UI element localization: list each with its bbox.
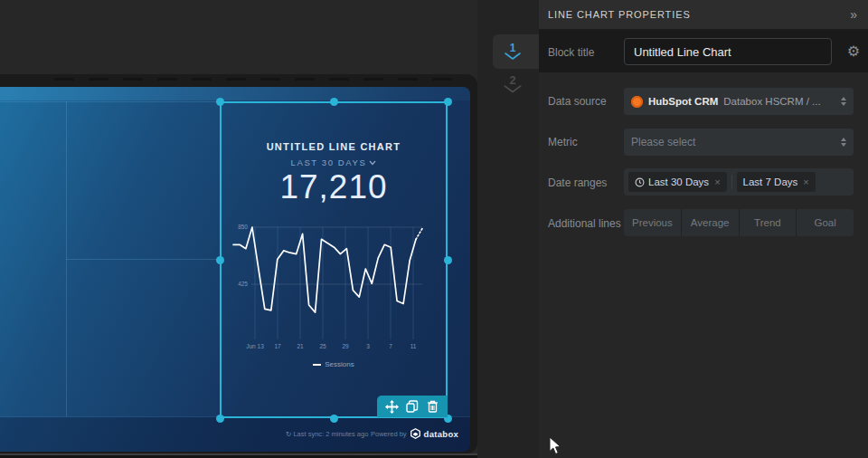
block-title-label: Block title [548,46,594,59]
databox-logo-icon [410,428,420,439]
remove-date-range-icon[interactable]: × [803,177,808,187]
data-source-name: HubSpot CRM [648,96,718,107]
gear-icon[interactable]: ⚙ [847,44,860,59]
metric-label: Metric [548,136,578,148]
additional-line-goal[interactable]: Goal [797,209,854,236]
chip-divider [731,175,732,189]
selection-handle-e[interactable] [444,256,452,264]
frame-notch [295,78,315,81]
date-range-chip-text: Last 30 Days [648,177,709,187]
selection-handle-s[interactable] [330,415,338,423]
last-sync-status: ↻ Last sync: 2 minutes ago [286,430,368,438]
date-range-chip[interactable]: Last 7 Days × [737,172,816,192]
frame-notch [329,78,349,81]
move-icon [385,400,399,414]
step-2-icon: 2 [500,72,525,98]
frame-notch [432,78,452,81]
date-ranges-label: Date ranges [548,177,607,189]
frame-notch [54,78,74,81]
selection-handle-sw[interactable] [216,415,224,423]
selection-handle-nw[interactable] [216,98,224,106]
duplicate-icon [406,400,419,413]
move-button[interactable] [384,399,399,414]
frame-notch [89,78,108,81]
refresh-icon: ↻ [286,430,291,438]
date-ranges-field[interactable]: Last 30 Days × Last 7 Days × [624,168,854,196]
additional-line-previous[interactable]: Previous [624,209,682,236]
panel-header: LINE CHART PROPERTIES » [539,0,868,30]
select-arrows-icon [841,97,846,106]
selection-handle-w[interactable] [216,256,224,264]
additional-lines-label: Additional lines [548,217,621,230]
mouse-cursor [549,436,562,455]
additional-line-average[interactable]: Average [682,209,740,236]
grid-line-horizontal [0,101,222,102]
editor-canvas: UNTITLED LINE CHART LAST 30 DAYS 17,210 … [0,0,488,458]
frame-notch [192,78,212,81]
data-source-select[interactable]: HubSpot CRM Databox HSCRM / ... [624,88,854,115]
widget-selection-border[interactable] [220,101,448,418]
select-arrows-icon [841,138,846,147]
data-source-label: Data source [548,95,607,108]
svg-text:1: 1 [510,42,516,54]
hubspot-icon [631,96,643,108]
data-source-connection: Databox HSCRM / ... [723,96,820,107]
powered-by-text: Powered by [371,430,407,438]
grid-line-horizontal [66,259,222,260]
step-tab-2[interactable]: 2 [500,72,525,98]
date-range-chip-text: Last 7 Days [743,177,798,187]
frame-notch [398,78,418,81]
clock-icon [635,177,645,187]
powered-by: Powered by databox [371,428,458,439]
frame-notch [123,78,143,81]
step-tab-1[interactable]: 1 [493,34,539,69]
step-1-icon: 1 [501,40,524,63]
metric-placeholder: Please select [631,136,695,148]
metric-select[interactable]: Please select [624,129,854,156]
selection-handle-n[interactable] [330,98,338,106]
delete-button[interactable] [426,399,440,414]
widget-toolbar [377,396,448,417]
properties-panel: LINE CHART PROPERTIES » Block title ⚙ Da… [539,0,868,458]
databox-brand-text: databox [424,429,459,439]
step-gutter: 1 2 [477,0,539,458]
selection-handle-ne[interactable] [444,98,452,106]
date-range-chip-primary[interactable]: Last 30 Days × [628,172,727,192]
remove-date-range-icon[interactable]: × [714,177,720,187]
trash-icon [427,400,439,413]
page-top-glow [0,87,470,100]
frame-notch [260,78,280,81]
block-title-input[interactable] [624,38,832,65]
panel-title: LINE CHART PROPERTIES [548,9,691,20]
frame-notch [157,78,177,81]
frame-notch [363,78,383,81]
frame-notch [226,78,246,81]
additional-lines-group: Previous Average Trend Goal [624,209,854,236]
svg-text:2: 2 [509,73,515,87]
additional-line-trend[interactable]: Trend [740,209,797,236]
duplicate-button[interactable] [405,399,420,414]
dashboard-page: UNTITLED LINE CHART LAST 30 DAYS 17,210 … [0,87,470,452]
collapse-panel-icon[interactable]: » [850,7,857,22]
last-sync-text: Last sync: 2 minutes ago [293,430,368,438]
